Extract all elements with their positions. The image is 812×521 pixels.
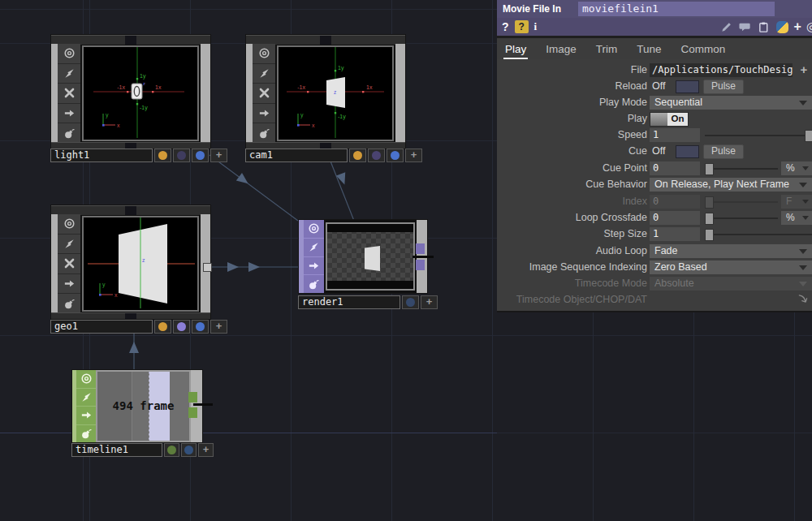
flag-button[interactable] <box>368 149 385 162</box>
speed-field[interactable]: 1 <box>650 128 700 142</box>
step-size-field[interactable]: 1 <box>650 227 700 241</box>
target-icon[interactable] <box>58 214 80 235</box>
flag-button[interactable] <box>192 320 209 334</box>
bomb-icon[interactable] <box>304 275 324 293</box>
copy-icon[interactable] <box>757 20 771 34</box>
cue-point-unit-dropdown[interactable]: % <box>781 161 812 175</box>
reload-pulse-button[interactable]: Pulse <box>703 80 744 94</box>
render1-out-connector[interactable] <box>416 243 425 254</box>
lightning-icon[interactable] <box>58 64 80 84</box>
flag-button[interactable] <box>173 149 190 162</box>
tab-play[interactable]: Play <box>505 43 526 55</box>
add-flag-button[interactable]: + <box>405 149 422 162</box>
python-icon[interactable] <box>775 20 789 34</box>
tab-tune[interactable]: Tune <box>637 43 661 55</box>
x-icon[interactable] <box>58 254 80 274</box>
node-light1[interactable]: -1x 1x 1y -1y z y x <box>50 34 211 149</box>
lightning-icon[interactable] <box>58 235 80 255</box>
arrow-icon[interactable] <box>304 257 324 276</box>
help-icon[interactable]: ? <box>502 20 509 33</box>
node-flag-column <box>253 44 275 143</box>
loop-crossfade-slider[interactable] <box>705 211 778 225</box>
render1-out-connector[interactable] <box>416 260 425 270</box>
play-toggle[interactable]: On <box>650 112 689 127</box>
x-icon[interactable] <box>253 84 275 104</box>
flag-button[interactable] <box>154 149 171 162</box>
node-timeline1[interactable]: 494 frame <box>71 369 203 443</box>
node-name-geo1[interactable]: geo1 <box>50 320 153 334</box>
node-name-render1[interactable]: render1 <box>298 295 400 309</box>
tab-common[interactable]: Common <box>681 43 726 55</box>
reload-toggle[interactable] <box>676 80 699 93</box>
lightning-icon[interactable] <box>76 389 96 407</box>
image-sequence-indexing-dropdown[interactable]: Zero Based <box>650 260 812 274</box>
param-label: File <box>497 64 647 75</box>
bomb-icon[interactable] <box>58 294 80 313</box>
timeline1-out-connector[interactable] <box>188 407 197 418</box>
loop-crossfade-unit-dropdown[interactable]: % <box>781 211 812 225</box>
cue-toggle[interactable] <box>676 145 699 158</box>
flag-button[interactable] <box>173 320 190 334</box>
audio-loop-dropdown[interactable]: Fade <box>650 244 812 258</box>
param-label: Image Sequence Indexing <box>497 261 647 273</box>
node-render1[interactable] <box>298 219 428 294</box>
python-help-icon[interactable]: ? <box>515 20 529 33</box>
file-path-field[interactable]: /Applications/TouchDesign <box>650 63 793 77</box>
info-icon[interactable]: i <box>534 20 538 33</box>
marker-z: z <box>142 257 145 263</box>
lightning-icon[interactable] <box>253 64 275 84</box>
tab-trim[interactable]: Trim <box>596 43 618 55</box>
target-icon[interactable]: ◎ <box>806 19 812 34</box>
bomb-icon[interactable] <box>58 123 80 143</box>
target-icon[interactable] <box>304 220 324 239</box>
node-name-light1[interactable]: light1 <box>50 149 153 162</box>
flag-button[interactable] <box>402 295 419 309</box>
flag-button[interactable] <box>387 149 404 162</box>
x-icon[interactable] <box>58 84 80 104</box>
arrow-icon[interactable] <box>58 274 80 295</box>
loop-crossfade-field[interactable]: 0 <box>650 211 700 225</box>
node-name-timeline1[interactable]: timeline1 <box>71 443 162 457</box>
reload-off-label[interactable]: Off <box>652 80 665 92</box>
cue-point-slider[interactable] <box>705 161 778 175</box>
lightning-icon[interactable] <box>304 239 324 257</box>
flag-button[interactable] <box>154 320 171 334</box>
add-flag-button[interactable]: + <box>210 149 227 162</box>
arrow-icon[interactable] <box>76 407 96 425</box>
flag-button[interactable] <box>181 443 197 457</box>
arrow-icon[interactable] <box>58 104 80 124</box>
gizmo-y-label: y <box>102 282 106 288</box>
cue-behavior-dropdown[interactable]: On Release, Play Next Frame <box>650 178 812 192</box>
comment-icon[interactable] <box>738 20 752 34</box>
add-flag-button[interactable]: + <box>198 443 214 457</box>
flag-button[interactable] <box>349 149 366 162</box>
flag-button[interactable] <box>164 443 179 457</box>
add-icon[interactable]: + <box>794 19 801 34</box>
add-flag-button[interactable]: + <box>421 295 438 309</box>
step-size-slider[interactable] <box>705 227 812 241</box>
cue-pulse-button[interactable]: Pulse <box>703 144 744 159</box>
geo1-output-connector[interactable] <box>203 263 212 272</box>
add-flag-button[interactable]: + <box>210 320 227 334</box>
arrow-icon[interactable] <box>253 104 275 124</box>
speed-slider[interactable] <box>705 128 812 142</box>
target-icon[interactable] <box>253 44 275 64</box>
timeline1-out-connector[interactable] <box>188 392 197 403</box>
bomb-icon[interactable] <box>76 425 96 443</box>
timeline1-output-tick <box>193 403 213 406</box>
bomb-icon[interactable] <box>253 123 275 143</box>
node-cam1[interactable]: -1x 1x 1y -1y z y x <box>245 34 406 149</box>
pencil-icon[interactable] <box>719 20 733 34</box>
cue-point-field[interactable]: 0 <box>650 161 700 175</box>
cue-off-label[interactable]: Off <box>652 145 665 157</box>
target-icon[interactable] <box>58 44 80 64</box>
node-name-cam1[interactable]: cam1 <box>245 149 348 162</box>
file-add-button[interactable]: + <box>796 63 812 77</box>
target-icon[interactable] <box>76 370 96 389</box>
operator-name-field[interactable]: moviefilein1 <box>578 2 775 16</box>
node-geo1[interactable]: z y x <box>50 205 211 320</box>
param-row-index: Index 0 F <box>497 195 812 209</box>
flag-button[interactable] <box>192 149 209 162</box>
play-mode-dropdown[interactable]: Sequential <box>650 96 812 110</box>
tab-image[interactable]: Image <box>546 43 577 55</box>
